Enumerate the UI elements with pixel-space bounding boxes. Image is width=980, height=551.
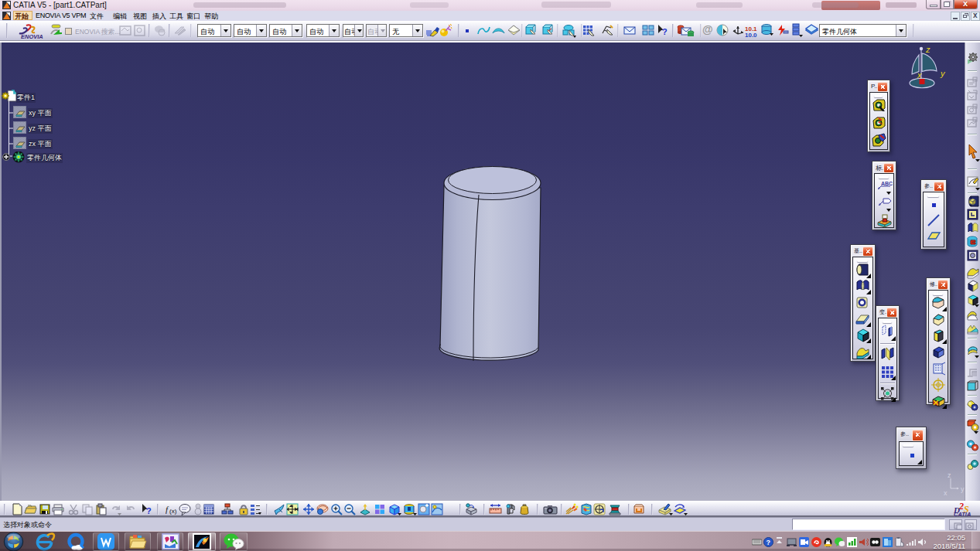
svg-text:?: ?: [662, 27, 668, 36]
svg-text:z: z: [948, 471, 951, 479]
svg-text:?: ?: [767, 539, 771, 546]
svg-text:x: x: [944, 489, 948, 497]
svg-text:x: x: [917, 70, 922, 80]
svg-text:10.0: 10.0: [745, 32, 757, 39]
svg-text:CATIA: CATIA: [954, 511, 971, 517]
svg-text:y: y: [940, 69, 946, 78]
svg-text:z: z: [925, 45, 930, 54]
svg-text:?: ?: [146, 506, 152, 515]
svg-text:(x): (x): [169, 508, 177, 515]
svg-text:ENOVIA: ENOVIA: [21, 33, 43, 40]
svg-text:ABC: ABC: [881, 181, 893, 186]
